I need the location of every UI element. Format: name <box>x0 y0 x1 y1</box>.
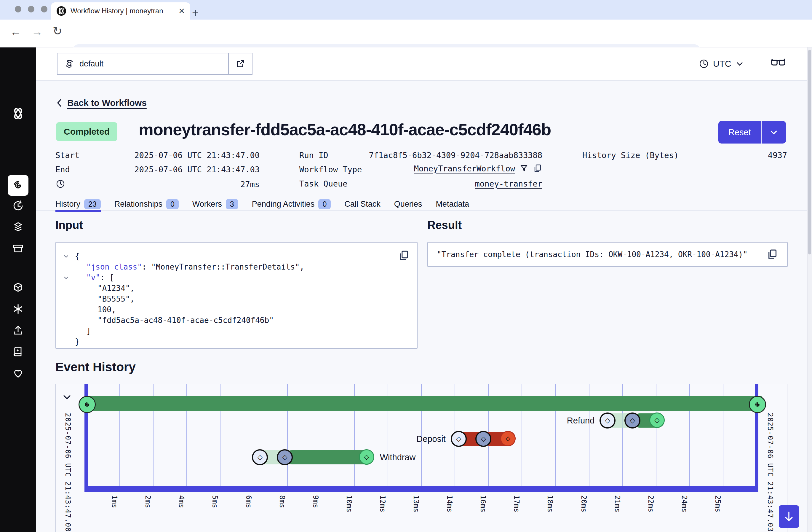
axis-tick-label: 21ms <box>613 495 621 513</box>
json-token: ] <box>86 326 91 336</box>
temporal-logo-icon[interactable] <box>10 106 26 122</box>
timezone-selector[interactable]: UTC <box>699 53 744 75</box>
json-token: "A1234", <box>98 283 134 294</box>
axis-tick-label: 4ms <box>177 495 186 508</box>
end-value: 2025-07-06 UTC 21:43:47.03 <box>134 165 260 174</box>
sidebar-item-nexus[interactable] <box>12 303 24 315</box>
window-zoom-button[interactable] <box>41 6 47 12</box>
filter-funnel-icon[interactable] <box>519 164 529 173</box>
page-scrollbar-thumb[interactable] <box>808 50 811 254</box>
workflow-type-link[interactable]: MoneyTransferWorkflow <box>414 164 515 173</box>
activity-started-marker-diamond-icon[interactable]: ◇ <box>277 449 293 465</box>
tab-relationships[interactable]: Relationships0 <box>114 197 179 211</box>
tab-metadata[interactable]: Metadata <box>436 197 469 211</box>
tab-history[interactable]: History23 <box>55 197 101 211</box>
code-line: "fdd5ac5a-ac48-410f-acae-c5cdf240f46b" <box>63 315 410 326</box>
activity-started-marker-diamond-icon[interactable]: ◇ <box>624 412 640 429</box>
reset-menu-chevron-icon[interactable] <box>762 121 786 143</box>
task-queue-label: Task Queue <box>299 179 348 188</box>
workflow-end-badge-spiral-icon[interactable] <box>749 396 766 413</box>
activity-closed-marker-diamond-icon[interactable]: ◇ <box>500 431 516 446</box>
namespace-open-button[interactable] <box>228 53 252 74</box>
axis-tick-label: 1ms <box>110 495 118 508</box>
sidebar-item-workflows[interactable] <box>8 175 28 196</box>
axis-tick-label: 8ms <box>278 495 286 508</box>
axis-tick-label: 10ms <box>345 495 353 513</box>
json-token: "MoneyTransfer::TransferDetails", <box>151 262 304 272</box>
new-tab-button[interactable]: + <box>192 6 199 19</box>
json-token: "json_class" <box>86 262 142 272</box>
json-token: : <box>142 262 151 272</box>
workflow-span-bar[interactable] <box>85 396 762 411</box>
tab-workers[interactable]: Workers3 <box>192 197 238 211</box>
timeline-bottom-bar <box>85 486 758 492</box>
tab-pending-activities[interactable]: Pending Activities0 <box>252 197 331 211</box>
tab-call-stack[interactable]: Call Stack <box>344 197 380 211</box>
tab-count-badge: 23 <box>84 199 101 209</box>
sidebar-item-schedules[interactable] <box>12 200 24 212</box>
copy-icon[interactable] <box>398 250 410 262</box>
scroll-to-bottom-button[interactable] <box>779 505 799 528</box>
axis-tick-label: 5ms <box>211 495 219 508</box>
browser-tab-strip: Workflow History | moneytran ✕ + <box>0 0 812 19</box>
sidebar-item-docs[interactable] <box>12 346 24 358</box>
button-divider <box>761 121 762 143</box>
code-line: "v": [ <box>63 272 410 283</box>
tab-label: Pending Activities <box>252 199 315 209</box>
activity-scheduled-marker-diamond-icon[interactable]: ◇ <box>599 412 615 429</box>
axis-tick-label: 13ms <box>412 495 420 513</box>
activity-scheduled-marker-diamond-icon[interactable]: ◇ <box>451 431 467 447</box>
sidebar-item-namespaces[interactable] <box>12 282 24 294</box>
chevron-left-icon <box>55 98 63 107</box>
back-nav-icon[interactable]: ← <box>10 26 21 37</box>
json-token: } <box>75 336 80 347</box>
reload-icon[interactable]: ↻ <box>53 26 62 37</box>
forward-nav-icon[interactable]: → <box>31 26 43 37</box>
task-queue-link[interactable]: money-transfer <box>475 179 542 188</box>
back-to-workflows[interactable]: Back to Workflows <box>55 98 147 108</box>
input-box: {"json_class": "MoneyTransfer::TransferD… <box>55 242 418 349</box>
window-close-button[interactable] <box>15 6 21 12</box>
workflow-tabs: History23Relationships0Workers3Pending A… <box>55 197 469 211</box>
app-top-band: default UTC <box>36 47 812 81</box>
window-minimize-button[interactable] <box>28 6 34 12</box>
axis-tick-label: 12ms <box>378 495 387 513</box>
tab-close-icon[interactable]: ✕ <box>178 7 185 15</box>
run-id-label: Run ID <box>299 151 328 160</box>
back-link-label: Back to Workflows <box>67 98 147 108</box>
workflow-start-badge-spiral-icon[interactable] <box>78 396 96 413</box>
activity-label: Withdraw <box>380 452 416 462</box>
axis-tick-label: 9ms <box>311 495 320 508</box>
reset-button[interactable]: Reset <box>719 121 786 143</box>
duration-clock-icon <box>56 179 65 188</box>
copy-icon[interactable] <box>533 164 542 173</box>
axis-tick-label: 16ms <box>479 495 487 513</box>
sidebar-item-feedback[interactable] <box>12 367 24 379</box>
activity-closed-marker-diamond-icon[interactable]: ◇ <box>649 412 665 428</box>
browser-tab[interactable]: Workflow History | moneytran ✕ <box>51 2 190 19</box>
tab-label: Workers <box>192 199 222 209</box>
collapse-chevron-icon[interactable] <box>63 275 75 281</box>
sidebar-item-batch-operations[interactable] <box>12 242 24 254</box>
tab-label: History <box>55 199 80 209</box>
activity-label: Refund <box>567 416 595 425</box>
namespace-value: default <box>79 59 103 69</box>
axis-tick-label: 24ms <box>680 495 688 513</box>
axis-tick-label: 18ms <box>546 495 554 513</box>
tab-label: Call Stack <box>344 199 380 209</box>
collapse-chevron-icon[interactable] <box>63 253 75 259</box>
axis-tick-label: 22ms <box>647 495 655 513</box>
reset-button-label[interactable]: Reset <box>719 121 761 143</box>
axis-tick-label: 25ms <box>714 495 722 513</box>
timezone-value: UTC <box>713 59 731 69</box>
event-history-heading: Event History <box>55 360 136 374</box>
sidebar-item-deployments[interactable] <box>12 221 24 233</box>
labs-glasses-icon[interactable] <box>770 56 786 68</box>
tab-queries[interactable]: Queries <box>394 197 422 211</box>
copy-icon[interactable] <box>766 249 778 260</box>
status-badge: Completed <box>56 122 117 141</box>
timeline-collapse-chevron-icon[interactable] <box>62 392 72 402</box>
namespace-selector[interactable]: default <box>57 53 252 75</box>
sidebar-item-import[interactable] <box>12 324 24 336</box>
activity-closed-marker-diamond-icon[interactable]: ◇ <box>359 449 374 465</box>
